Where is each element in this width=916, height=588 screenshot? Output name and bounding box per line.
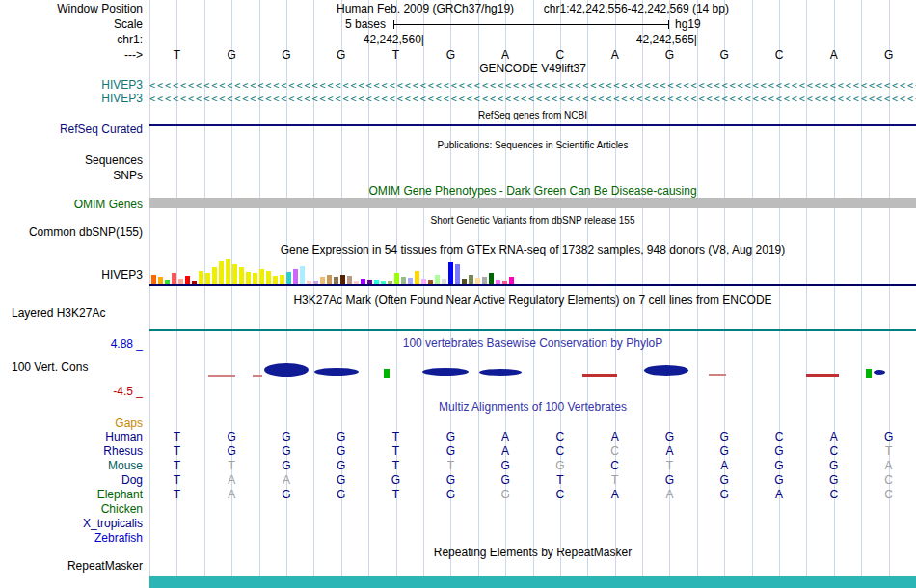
coordinates-row: 42,242,560| 42,242,565|: [149, 33, 916, 46]
gtex-tissue-bar[interactable]: [273, 276, 278, 284]
repeatmasker-label[interactable]: RepeatMasker: [0, 559, 143, 573]
alignment-base: C: [532, 430, 587, 443]
gtex-tissue-bar[interactable]: [489, 273, 494, 284]
scale-assembly: hg19: [675, 17, 701, 31]
gtex-tissue-bar[interactable]: [475, 278, 480, 284]
alignment-base: A: [478, 444, 533, 458]
gtex-tissue-bar[interactable]: [246, 272, 251, 284]
gtex-gene-label[interactable]: HIVEP3: [0, 268, 143, 281]
gtex-tissue-bar[interactable]: [300, 266, 305, 284]
gtex-tissue-bar[interactable]: [340, 275, 345, 284]
gtex-tissue-bar[interactable]: [226, 259, 230, 284]
base-letter: C: [752, 48, 807, 62]
gtex-tissue-bar[interactable]: [172, 273, 176, 284]
conservation-mark: [644, 365, 688, 376]
coordinate-right: 42,242,565|: [601, 33, 697, 46]
gtex-tissue-bar[interactable]: [469, 275, 473, 284]
publications-sequences-label[interactable]: Sequences: [0, 153, 143, 167]
alignment-base: T: [532, 473, 587, 487]
multiz-alignment-row-elephant[interactable]: TAGGTGGCAAGACC: [149, 488, 916, 501]
omim-gene-bar[interactable]: [149, 198, 916, 208]
gtex-tissue-bar[interactable]: [253, 273, 257, 284]
multiz-alignment-row-rhesus[interactable]: TGGGTGACCAGGCT: [149, 444, 916, 458]
gtex-tissue-bar[interactable]: [408, 278, 413, 284]
refseq-curated-label[interactable]: RefSeq Curated: [0, 122, 143, 136]
alignment-base: C: [861, 473, 916, 487]
gencode-gene-label-1[interactable]: HIVEP3: [0, 78, 143, 92]
alignment-base: A: [642, 444, 697, 458]
multiz-species-label-gaps[interactable]: Gaps: [0, 416, 143, 430]
alignment-base: G: [423, 430, 478, 443]
conservation-mark: [874, 370, 885, 375]
gtex-tissue-bar[interactable]: [401, 277, 406, 284]
gencode-gene-arrows-1[interactable]: <<<<<<<<<<<<<<<<<<<<<<<<<<<<<<<<<<<<<<<<…: [149, 79, 916, 92]
gencode-gene-arrows-2[interactable]: <<<<<<<<<<<<<<<<<<<<<<<<<<<<<<<<<<<<<<<<…: [149, 93, 916, 105]
multiz-species-label-dog[interactable]: Dog: [0, 473, 143, 487]
snps-label[interactable]: SNPs: [0, 169, 143, 182]
gtex-tissue-bar[interactable]: [280, 275, 284, 284]
alignment-base: T: [368, 488, 423, 501]
gtex-tissue-bar[interactable]: [158, 277, 163, 284]
alignment-base: T: [149, 430, 204, 443]
gtex-tissue-bar[interactable]: [286, 272, 291, 284]
multiz-alignment-row-mouse[interactable]: TTGGTTGGCTAGGA: [149, 459, 916, 472]
conservation-mark: [582, 374, 617, 377]
gtex-tissue-bar[interactable]: [205, 273, 210, 284]
multiz-alignment-row-human[interactable]: TGGGTGACAGGCAG: [149, 430, 916, 443]
common-dbsnp-label[interactable]: Common dbSNP(155): [0, 226, 143, 239]
gtex-tissue-bar[interactable]: [347, 276, 352, 284]
scale-value: 5 bases: [294, 17, 386, 31]
alignment-base: G: [204, 430, 259, 443]
gtex-tissue-bar[interactable]: [239, 267, 244, 284]
gtex-tissue-bar[interactable]: [199, 271, 203, 284]
base-letter: C: [532, 48, 587, 62]
alignment-base: A: [806, 430, 861, 443]
multiz-species-label-rhesus[interactable]: Rhesus: [0, 444, 143, 458]
gtex-tissue-bar[interactable]: [151, 275, 156, 284]
conservation-mark: [384, 369, 390, 378]
alignment-base: G: [259, 459, 314, 472]
multiz-species-label-mouse[interactable]: Mouse: [0, 459, 143, 472]
multiz-alignment-row-dog[interactable]: TAAGGGGTTGGGGC: [149, 473, 916, 487]
gtex-tissue-bar[interactable]: [327, 275, 332, 284]
h3k27ac-signal-line[interactable]: [149, 329, 916, 331]
alignment-base: A: [861, 459, 916, 472]
alignment-base: G: [752, 459, 807, 472]
dbsnp-track-title: Short Genetic Variants from dbSNP releas…: [149, 214, 916, 227]
multiz-species-label-zebrafish[interactable]: Zebrafish: [0, 531, 143, 545]
multiz-species-label-elephant[interactable]: Elephant: [0, 488, 143, 501]
gtex-tissue-bar[interactable]: [509, 277, 514, 284]
gtex-tissue-bar[interactable]: [259, 269, 264, 284]
gencode-gene-label-2[interactable]: HIVEP3: [0, 92, 143, 105]
gtex-tissue-bar[interactable]: [212, 267, 217, 284]
gtex-tissue-bar[interactable]: [219, 261, 224, 284]
gtex-tissue-bar[interactable]: [415, 271, 419, 284]
gtex-tissue-bar[interactable]: [394, 273, 399, 284]
gtex-tissue-bar[interactable]: [455, 264, 460, 284]
layered-h3k27ac-label[interactable]: Layered H3K27Ac: [12, 307, 105, 320]
refseq-gene-line[interactable]: [149, 124, 916, 126]
ucsc-genome-browser: Window Position Human Feb. 2009 (GRCh37/…: [0, 0, 916, 588]
gtex-tissue-bar[interactable]: [448, 262, 453, 284]
alignment-base: G: [752, 444, 807, 458]
alignment-base: G: [313, 459, 368, 472]
gtex-tissue-bar[interactable]: [266, 271, 271, 284]
gtex-tissue-bar[interactable]: [185, 276, 190, 284]
gtex-tissue-bar[interactable]: [293, 269, 298, 284]
phylop-track-label[interactable]: 100 Vert. Cons: [12, 361, 88, 374]
repeatmasker-element-bar[interactable]: [149, 576, 916, 588]
base-letter: A: [478, 48, 533, 62]
base-sequence-row[interactable]: TGGGTGACAGGCAG: [149, 48, 916, 62]
multiz-species-label-chicken[interactable]: Chicken: [0, 502, 143, 516]
alignment-base: T: [861, 444, 916, 458]
gtex-tissue-bar[interactable]: [232, 264, 237, 284]
gtex-tissue-bar[interactable]: [482, 277, 487, 284]
alignment-base: G: [313, 488, 368, 501]
multiz-species-label-x_tropicalis[interactable]: X_tropicalis: [0, 517, 143, 530]
gtex-tissue-bar[interactable]: [435, 275, 440, 284]
alignment-base: T: [587, 473, 642, 487]
gtex-tissue-bar[interactable]: [334, 277, 338, 284]
omim-genes-label[interactable]: OMIM Genes: [0, 198, 143, 211]
multiz-species-label-human[interactable]: Human: [0, 430, 143, 443]
gtex-tissue-bar[interactable]: [320, 277, 325, 284]
